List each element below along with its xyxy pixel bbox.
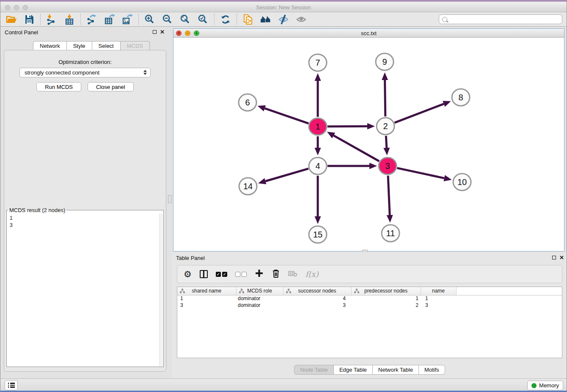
table-panel: Table Panel ✕ ⚙ ✓✓ f(x) (172, 252, 567, 379)
result-scrollbar[interactable] (159, 214, 163, 366)
memory-button[interactable]: Memory (527, 381, 563, 390)
titlebar: Session: New Session (0, 0, 567, 12)
tab-style[interactable]: Style (67, 41, 92, 50)
graph-edge-2-8[interactable] (394, 104, 443, 122)
main-toolbar (0, 12, 567, 27)
search-icon (442, 17, 447, 22)
table-panel-title: Table Panel (176, 255, 205, 261)
tab-select[interactable]: Select (92, 41, 121, 50)
graph-node-label-1: 1 (315, 122, 320, 131)
tab-motifs[interactable]: Motifs (419, 365, 445, 375)
zoom-selected-icon[interactable] (198, 14, 209, 25)
graph-edge-3-11[interactable] (388, 176, 390, 215)
col-filler (456, 287, 562, 295)
col-predecessor-nodes[interactable]: predecessor nodes (351, 287, 421, 295)
deselect-all-checkboxes-icon[interactable] (235, 272, 247, 277)
mcds-panel: Optimization criterion: strongly connect… (4, 50, 166, 372)
table-row[interactable]: 1 dominator 4 1 1 (177, 295, 562, 302)
status-bar: Memory (0, 378, 567, 392)
toggle-style-icon[interactable] (278, 14, 289, 25)
memory-label: Memory (539, 382, 559, 389)
export-table-icon[interactable] (104, 14, 115, 25)
function-builder-icon: f(x) (306, 270, 319, 279)
close-table-panel-icon[interactable]: ✕ (559, 255, 564, 260)
select-stepper-icon (143, 70, 147, 75)
graph-node-label-7: 7 (315, 58, 320, 67)
graph-node-label-11: 11 (386, 229, 395, 238)
add-column-icon[interactable] (255, 269, 264, 279)
criterion-value: strongly connected component (25, 69, 99, 76)
network-canvas[interactable]: 7968124314101511 (173, 38, 564, 251)
table-row[interactable]: 3 dominator 3 2 3 (177, 302, 562, 309)
graph-edge-1-2[interactable] (328, 126, 367, 127)
table-panel-tabs: Node Table Edge Table Network Table Moti… (172, 365, 567, 375)
control-panel-title: Control Panel (5, 29, 38, 36)
network-window-header[interactable]: × − + scc.txt (173, 29, 564, 38)
column-layout-icon[interactable] (200, 270, 208, 278)
graph-node-label-15: 15 (313, 230, 322, 239)
clone-network-icon[interactable] (242, 14, 253, 25)
col-mcds-role[interactable]: MCDS role (236, 287, 283, 295)
import-table-icon[interactable] (64, 14, 75, 25)
graph-edge-1-6[interactable] (265, 108, 309, 124)
graph-node-label-2: 2 (383, 121, 388, 131)
memory-status-icon (531, 383, 537, 388)
graph-edge-3-1[interactable] (333, 135, 379, 161)
vertical-splitter-handle[interactable] (168, 195, 172, 203)
graph-node-label-6: 6 (245, 98, 250, 107)
tab-edge-table[interactable]: Edge Table (334, 365, 373, 375)
col-name[interactable]: name (421, 287, 456, 295)
col-successor-nodes[interactable]: successor nodes (283, 287, 351, 295)
close-panel-icon[interactable]: ✕ (160, 30, 165, 34)
delete-column-icon[interactable] (272, 269, 280, 280)
network-graph[interactable]: 7968124314101511 (173, 38, 564, 251)
col-shared-name[interactable]: shared name (177, 287, 236, 295)
export-network-icon[interactable] (86, 14, 97, 25)
close-panel-button[interactable]: Close panel (88, 82, 134, 91)
tab-mcds[interactable]: MCDS (121, 41, 150, 50)
graph-node-label-10: 10 (457, 177, 467, 187)
tab-network[interactable]: Network (33, 41, 67, 50)
run-mcds-button[interactable]: Run MCDS (36, 82, 81, 91)
graph-edge-3-10[interactable] (397, 168, 444, 178)
refresh-icon[interactable] (220, 14, 231, 25)
mcds-result-group: MCDS result (2 nodes) 1 3 (6, 207, 164, 367)
zoom-fit-icon[interactable] (180, 14, 191, 25)
main-area: Control Panel ✕ Network Style Select MCD… (0, 27, 567, 379)
select-all-checkboxes-icon[interactable]: ✓✓ (216, 272, 227, 277)
table-toolbar: ⚙ ✓✓ f(x) (177, 265, 562, 283)
delete-table-icon (288, 270, 297, 279)
column-flow-icon (286, 289, 291, 295)
mcds-result-title: MCDS result (2 nodes) (8, 207, 66, 213)
float-panel-icon[interactable] (153, 30, 157, 34)
control-panel-tabs: Network Style Select MCDS (33, 41, 150, 50)
tab-node-table[interactable]: Node Table (294, 365, 334, 375)
graph-node-label-3: 3 (385, 161, 390, 171)
import-network-icon[interactable] (46, 14, 57, 25)
export-image-icon[interactable] (122, 14, 133, 25)
list-icon (8, 382, 15, 389)
task-history-button[interactable] (5, 380, 18, 390)
graph-node-label-4: 4 (315, 161, 320, 171)
zoom-in-icon[interactable] (144, 14, 155, 25)
save-session-icon[interactable] (24, 14, 35, 25)
network-window-title: scc.txt (173, 30, 564, 36)
tab-network-table[interactable]: Network Table (373, 365, 419, 375)
graph-edge-2-3[interactable] (386, 136, 386, 148)
open-session-icon[interactable] (6, 14, 17, 25)
float-table-panel-icon[interactable] (552, 256, 556, 259)
nested-networks-icon[interactable] (260, 14, 271, 25)
column-flow-icon (180, 289, 185, 295)
graph-edge-4-14[interactable] (265, 168, 308, 181)
zoom-out-icon[interactable] (162, 14, 173, 25)
settings-gear-icon[interactable]: ⚙ (184, 270, 192, 279)
mcds-result-text[interactable]: 1 3 (7, 213, 159, 367)
graph-edge-2-9[interactable] (385, 80, 385, 116)
control-panel: Control Panel ✕ Network Style Select MCD… (0, 27, 168, 379)
column-flow-icon (354, 289, 359, 295)
graph-node-label-9: 9 (382, 57, 387, 66)
search-input[interactable] (439, 14, 562, 24)
window-title: Session: New Session (0, 4, 567, 11)
node-table[interactable]: shared name MCDS role successor nodes pr… (177, 287, 562, 358)
criterion-select[interactable]: strongly connected component (19, 68, 151, 77)
